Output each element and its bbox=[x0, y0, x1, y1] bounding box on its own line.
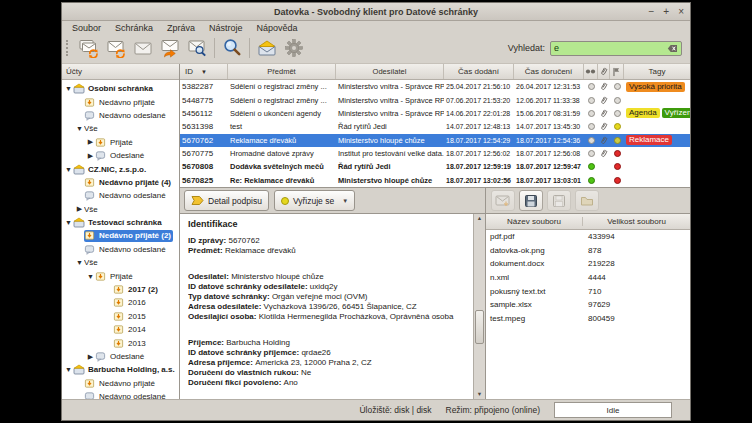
message-row[interactable]: 5670762Reklamace dřevákůMinisterstvo hlo… bbox=[180, 134, 690, 147]
column-header-delivery-time[interactable]: Čas dodání bbox=[444, 64, 514, 79]
sidebar-item[interactable]: ▼Vše bbox=[62, 256, 179, 269]
sidebar-item[interactable]: ▶Přijaté bbox=[62, 136, 179, 149]
sidebar-item[interactable]: ▼Testovací schránka bbox=[62, 216, 179, 229]
message-row[interactable]: 5456112Sdělení o ukončení agendyMinister… bbox=[180, 107, 690, 120]
menu-item-schránka[interactable]: Schránka bbox=[108, 23, 160, 33]
message-detail-view[interactable]: Identifikace ID zprávy: 5670762Předmět: … bbox=[180, 213, 485, 399]
sidebar-item[interactable]: ▼CZ.NIC, z.s.p.o. bbox=[62, 162, 179, 175]
message-status-dropdown[interactable]: Vyřizuje se ▼ bbox=[274, 190, 355, 211]
search-input[interactable] bbox=[554, 43, 667, 53]
collapse-icon[interactable]: ▼ bbox=[64, 85, 73, 92]
sidebar-item[interactable]: Nedávno přijaté bbox=[62, 377, 179, 390]
sidebar-item[interactable]: 2017 (2) bbox=[62, 283, 179, 296]
collapse-icon[interactable]: ▼ bbox=[64, 366, 73, 373]
attachment-row[interactable]: pokusný text.txt710 bbox=[486, 284, 690, 298]
clear-search-icon[interactable] bbox=[667, 44, 678, 53]
menu-item-zpráva[interactable]: Zpráva bbox=[160, 23, 202, 33]
sidebar-item[interactable]: Nedávno odeslané bbox=[62, 243, 179, 256]
expand-icon[interactable]: ▶ bbox=[86, 138, 95, 146]
settings-button[interactable] bbox=[281, 36, 307, 60]
message-row[interactable]: 5631398testŘád rytířů Jedi14.07.2017 12:… bbox=[180, 120, 690, 133]
menu-item-nástroje[interactable]: Nástroje bbox=[202, 23, 250, 33]
sidebar-item-label: 2014 bbox=[128, 325, 146, 334]
save-all-attachments-button[interactable] bbox=[547, 190, 571, 211]
attachment-row[interactable]: test.mpeg800459 bbox=[486, 312, 690, 326]
attachment-row[interactable]: pdf.pdf433994 bbox=[486, 230, 690, 244]
column-header-read-status[interactable] bbox=[584, 64, 598, 79]
scroll-up-icon[interactable]: ▲ bbox=[477, 214, 482, 223]
close-button[interactable]: × bbox=[678, 7, 684, 17]
attachment-row[interactable]: datovka-ok.png878 bbox=[486, 244, 690, 258]
new-message-button[interactable] bbox=[130, 36, 156, 60]
collapse-icon[interactable]: ▼ bbox=[86, 273, 95, 280]
column-header-subject[interactable]: Předmět bbox=[228, 64, 336, 79]
sidebar-item[interactable]: ▶Odeslané bbox=[62, 350, 179, 363]
collapse-icon[interactable]: ▼ bbox=[75, 125, 84, 132]
sent-folder-icon bbox=[95, 150, 107, 162]
attachment-row[interactable]: n.xml4444 bbox=[486, 271, 690, 285]
message-list: ID ▼ Předmět Odesílatel Čas dodání Čas d… bbox=[180, 64, 690, 188]
sync-account-button[interactable] bbox=[103, 36, 129, 60]
menu-item-nápověda[interactable]: Nápověda bbox=[250, 23, 305, 33]
sidebar-item[interactable]: 2015 bbox=[62, 310, 179, 323]
attachment-row[interactable]: dokument.docx219228 bbox=[486, 257, 690, 271]
signature-detail-button[interactable]: Detail podpisu bbox=[184, 190, 269, 211]
sidebar-item[interactable]: 2016 bbox=[62, 296, 179, 309]
attachment-row[interactable]: sample.xlsx97629 bbox=[486, 298, 690, 312]
titlebar[interactable]: Datovka - Svobodný klient pro Datové sch… bbox=[62, 3, 690, 21]
sidebar-item[interactable]: ▼Vše bbox=[62, 122, 179, 135]
message-row[interactable]: 5448775Sdělení o registraci změny ...Min… bbox=[180, 93, 690, 106]
open-attachment-button[interactable] bbox=[491, 190, 515, 211]
sidebar-item[interactable]: Nedávno odeslané bbox=[62, 390, 179, 399]
detail-scrollbar[interactable]: ▲ ▼ bbox=[473, 214, 485, 399]
sidebar-item[interactable]: ▼Osobní schránka bbox=[62, 82, 179, 95]
collapse-icon[interactable]: ▼ bbox=[64, 166, 73, 173]
download-all-messages-button[interactable] bbox=[76, 36, 102, 60]
column-header-file-size[interactable]: Velikost souboru bbox=[583, 217, 690, 226]
maximize-button[interactable]: + bbox=[663, 7, 669, 17]
save-attachment-button[interactable] bbox=[519, 190, 543, 211]
column-header-file-name[interactable]: Název souboru bbox=[486, 217, 583, 226]
open-account-button[interactable] bbox=[254, 36, 280, 60]
open-folder-button[interactable] bbox=[575, 190, 599, 211]
expand-icon[interactable]: ▶ bbox=[86, 353, 95, 361]
sidebar-item[interactable]: Nedávno přijaté bbox=[62, 95, 179, 108]
detail-lines: ID zprávy: 5670762Předmět: Reklamace dře… bbox=[188, 236, 469, 388]
column-header-sender[interactable]: Odesílatel bbox=[336, 64, 444, 79]
message-row[interactable]: 5670808Dodávka světelných mečůŘád rytířů… bbox=[180, 160, 690, 173]
scrollbar-thumb[interactable] bbox=[475, 310, 484, 344]
reply-button[interactable] bbox=[157, 36, 183, 60]
sidebar-item[interactable]: Nedávno odeslané bbox=[62, 189, 179, 202]
menu-item-soubor[interactable]: Soubor bbox=[65, 23, 108, 33]
message-row[interactable]: 5670825Re: Reklamace dřevákůMinisterstvo… bbox=[180, 174, 690, 187]
column-header-id[interactable]: ID ▼ bbox=[180, 64, 228, 79]
read-status-cell bbox=[584, 123, 598, 130]
column-header-acceptance-time[interactable]: Čas doručení bbox=[514, 64, 584, 79]
column-header-attachment[interactable] bbox=[598, 64, 610, 79]
column-header-message-state[interactable] bbox=[610, 64, 624, 79]
message-acceptance-time: 18.07.2017 12:56:08 bbox=[514, 150, 584, 157]
sidebar-item[interactable]: ▶Odeslané bbox=[62, 149, 179, 162]
find-databox-button[interactable] bbox=[219, 36, 245, 60]
expand-icon[interactable]: ▶ bbox=[75, 205, 84, 213]
sidebar-item[interactable]: ▶Vše bbox=[62, 203, 179, 216]
scroll-down-icon[interactable]: ▼ bbox=[477, 390, 482, 399]
sidebar-item[interactable]: ▼Barbucha Holding, a.s. bbox=[62, 363, 179, 376]
message-state-icon bbox=[614, 97, 621, 104]
sidebar-item[interactable]: Nedávno přijaté (4) bbox=[62, 176, 179, 189]
toolbar-grip[interactable] bbox=[66, 40, 71, 56]
collapse-icon[interactable]: ▼ bbox=[64, 219, 73, 226]
sidebar-item[interactable]: 2013 bbox=[62, 336, 179, 349]
sidebar-item[interactable]: Nedávno přijaté (2) bbox=[62, 229, 179, 242]
collapse-icon[interactable]: ▼ bbox=[75, 259, 84, 266]
expand-icon[interactable]: ▶ bbox=[86, 152, 95, 160]
sidebar-item[interactable]: 2014 bbox=[62, 323, 179, 336]
message-row[interactable]: 5670775Hromadné datové zprávyInstitut pr… bbox=[180, 147, 690, 160]
sidebar-item[interactable]: ▼Přijaté bbox=[62, 269, 179, 282]
message-row[interactable]: 5382287Sdělení o registraci změny ...Min… bbox=[180, 80, 690, 93]
minimize-button[interactable]: − bbox=[648, 7, 654, 17]
sidebar-item[interactable]: Nedávno odeslané bbox=[62, 109, 179, 122]
verify-message-button[interactable] bbox=[184, 36, 210, 60]
column-header-tags[interactable]: Tagy bbox=[624, 64, 690, 79]
attachment-cell bbox=[598, 81, 610, 92]
